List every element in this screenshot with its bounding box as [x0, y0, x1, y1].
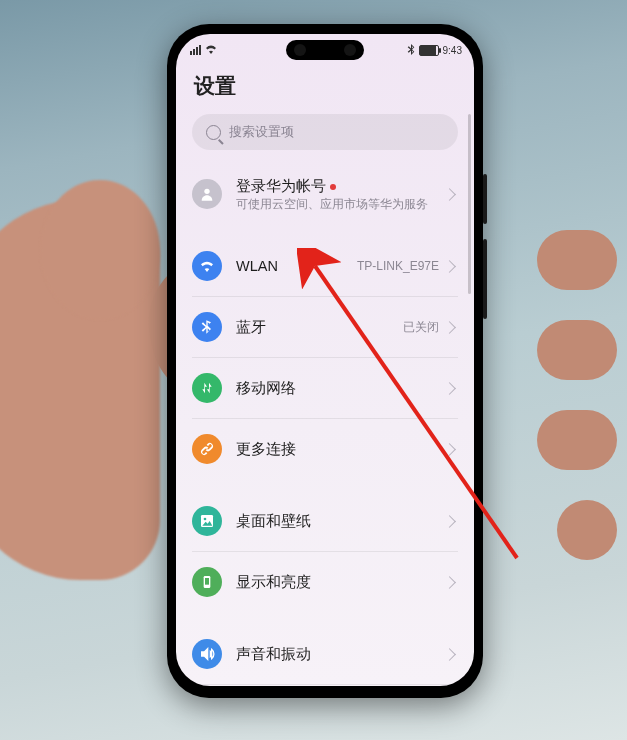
link-icon — [192, 434, 222, 464]
page-title: 设置 — [194, 72, 458, 100]
phone-body: 9:43 设置 搜索设置项 登录华为帐号 可使用云空间、应用市场等华为服务 — [167, 24, 483, 698]
finger — [537, 410, 617, 470]
row-display[interactable]: 显示和亮度 — [192, 551, 458, 612]
alert-dot — [330, 184, 336, 190]
bluetooth-label: 蓝牙 — [236, 318, 403, 336]
finger — [557, 500, 617, 560]
chevron-right-icon — [443, 648, 456, 661]
svg-point-0 — [204, 189, 209, 194]
row-account[interactable]: 登录华为帐号 可使用云空间、应用市场等华为服务 — [192, 164, 458, 224]
display-card: 桌面和壁纸 显示和亮度 — [192, 491, 458, 612]
account-label: 登录华为帐号 可使用云空间、应用市场等华为服务 — [236, 177, 445, 212]
row-wallpaper[interactable]: 桌面和壁纸 — [192, 491, 458, 551]
power-button — [483, 239, 487, 319]
phone-screen: 9:43 设置 搜索设置项 登录华为帐号 可使用云空间、应用市场等华为服务 — [176, 34, 474, 686]
signal-icon — [190, 45, 201, 55]
status-bar: 9:43 — [176, 40, 474, 60]
wlan-label: WLAN — [236, 257, 357, 275]
search-input[interactable]: 搜索设置项 — [192, 114, 458, 150]
bluetooth-value: 已关闭 — [403, 319, 439, 336]
mobile-data-icon — [192, 373, 222, 403]
bluetooth-icon — [192, 312, 222, 342]
svg-point-2 — [204, 518, 207, 521]
account-card: 登录华为帐号 可使用云空间、应用市场等华为服务 — [192, 164, 458, 224]
more-connections-label: 更多连接 — [236, 440, 445, 458]
svg-rect-4 — [205, 578, 209, 585]
volume-button — [483, 174, 487, 224]
bluetooth-icon — [407, 44, 415, 57]
settings-content[interactable]: 设置 搜索设置项 登录华为帐号 可使用云空间、应用市场等华为服务 — [176, 64, 474, 686]
wifi-icon — [192, 251, 222, 281]
network-card: WLAN TP-LINK_E97E 蓝牙 已关闭 移动网络 — [192, 236, 458, 479]
chevron-right-icon — [443, 260, 456, 273]
chevron-right-icon — [443, 321, 456, 334]
wifi-icon — [205, 44, 217, 56]
chevron-right-icon — [443, 576, 456, 589]
wallpaper-label: 桌面和壁纸 — [236, 512, 445, 530]
search-placeholder: 搜索设置项 — [229, 123, 294, 141]
chevron-right-icon — [443, 188, 456, 201]
wlan-value: TP-LINK_E97E — [357, 259, 439, 273]
finger — [537, 230, 617, 290]
sound-card: 声音和振动 通知 — [192, 624, 458, 686]
display-icon — [192, 567, 222, 597]
chevron-right-icon — [443, 382, 456, 395]
display-label: 显示和亮度 — [236, 573, 445, 591]
row-more-connections[interactable]: 更多连接 — [192, 418, 458, 479]
search-icon — [206, 125, 221, 140]
mobile-label: 移动网络 — [236, 379, 445, 397]
avatar-icon — [192, 179, 222, 209]
row-sound[interactable]: 声音和振动 — [192, 624, 458, 684]
hand — [40, 180, 160, 320]
status-time: 9:43 — [443, 45, 462, 56]
row-mobile-network[interactable]: 移动网络 — [192, 357, 458, 418]
battery-icon — [419, 45, 439, 56]
finger — [537, 320, 617, 380]
chevron-right-icon — [443, 515, 456, 528]
sound-label: 声音和振动 — [236, 645, 445, 663]
row-wlan[interactable]: WLAN TP-LINK_E97E — [192, 236, 458, 296]
wallpaper-icon — [192, 506, 222, 536]
row-bluetooth[interactable]: 蓝牙 已关闭 — [192, 296, 458, 357]
row-notifications[interactable]: 通知 — [192, 684, 458, 686]
sound-icon — [192, 639, 222, 669]
chevron-right-icon — [443, 443, 456, 456]
